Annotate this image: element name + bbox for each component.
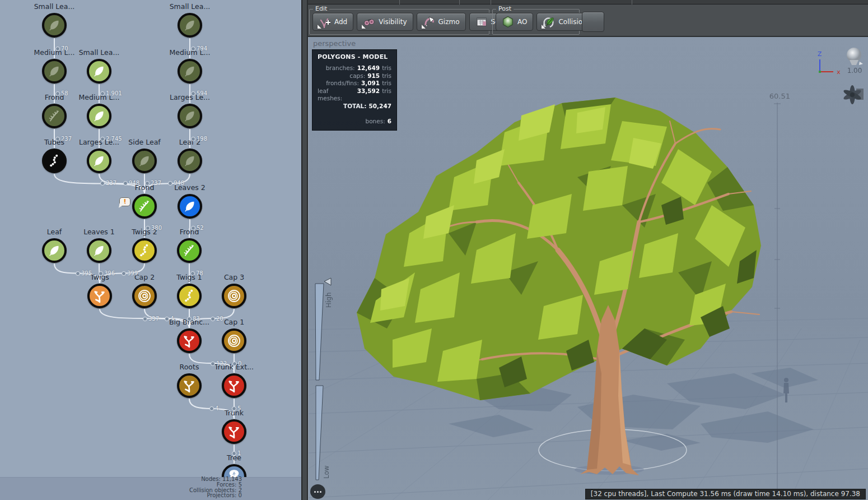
edge-count-label: 122: [211, 360, 227, 367]
graph-node-side-leaf[interactable]: [132, 149, 157, 173]
graph-node-medium-l[interactable]: [42, 59, 67, 84]
button-label: Visibility: [379, 18, 407, 26]
visibility-button[interactable]: Visibility: [357, 13, 413, 31]
edge-count-label: 20: [211, 316, 223, 322]
axis-z-label: Z: [818, 50, 822, 58]
edge-count-label: 948: [168, 180, 184, 186]
graph-node-cap-3[interactable]: [222, 284, 246, 308]
light-widget[interactable]: 1.00: [847, 48, 863, 75]
button-label: Add: [334, 18, 347, 26]
graph-node-roots[interactable]: [177, 373, 202, 398]
graph-node-frond[interactable]: [42, 104, 67, 128]
graph-node-medium-l[interactable]: [178, 59, 202, 84]
graph-node-leaf-2[interactable]: [178, 149, 202, 173]
graph-node-cap-1[interactable]: [222, 328, 246, 353]
edge-count-label: 399: [122, 270, 138, 276]
toolbar-group-label: Edit: [313, 5, 329, 12]
axis-x-label: x: [837, 68, 841, 76]
wind-widget[interactable]: [842, 85, 864, 104]
add-branch-icon: [319, 16, 331, 28]
graph-node-twigs-1[interactable]: [177, 284, 202, 308]
button-label: AO: [517, 18, 527, 26]
polygon-stat-row: leaf meshes:33,592tris: [318, 87, 391, 103]
toolbar-group-edit: EditAddVisibilityGizmoSeason: [309, 9, 489, 35]
polygon-stat-row: branches:12,649tris: [318, 64, 391, 72]
edge-count-label: 1,901: [100, 90, 122, 96]
lod-high-label: High: [325, 292, 333, 308]
node-graph-panel[interactable]: Small Lea...Small Lea...Medium L...Small…: [0, 0, 301, 500]
graph-node-small-lea[interactable]: [178, 13, 202, 38]
bones-row: bones: 6: [318, 118, 391, 126]
lod-handle[interactable]: [324, 278, 331, 285]
graph-stats: Nodes: 11,143Forces: 5Collision objects:…: [189, 476, 242, 498]
node-edge: [189, 219, 190, 238]
graph-node-twigs-2[interactable]: [132, 238, 157, 263]
graph-node-leaves-2[interactable]: [178, 194, 202, 219]
speedtree-app: Small Lea...Small Lea...Medium L...Small…: [0, 0, 868, 500]
graph-node-frond[interactable]: [177, 238, 202, 263]
node-editor-footer: Nodes: 11,143Forces: 5Collision objects:…: [0, 477, 301, 500]
edge-count-label: 237: [55, 136, 72, 142]
gizmo-arrow-icon: [423, 16, 435, 28]
tree-model[interactable]: [357, 98, 761, 475]
edge-count-label: 0: [232, 360, 241, 367]
ao-button[interactable]: AO: [496, 13, 533, 31]
edge-count-label: 237: [145, 180, 161, 186]
edge-count-label: 83: [187, 316, 200, 322]
graph-node-frond[interactable]: [132, 194, 157, 219]
edge-count-label: 5: [232, 405, 241, 411]
edge-count-label: 4: [209, 405, 218, 411]
gizmo-button[interactable]: Gizmo: [417, 13, 466, 31]
edge-count-label: 948: [123, 180, 139, 186]
polygon-stat-row: TOTAL:50,247: [318, 103, 391, 110]
graph-node-leaf[interactable]: [42, 238, 67, 263]
graph-node-twigs[interactable]: [87, 284, 112, 308]
graph-node-trunk-ext[interactable]: [222, 373, 246, 398]
lod-low-label: Low: [323, 465, 330, 479]
3d-viewport[interactable]: perspective: [308, 37, 868, 500]
toolbar-group-post: PostAOCollision: [492, 9, 580, 35]
back-button[interactable]: [582, 12, 604, 32]
warning-icon[interactable]: !: [119, 197, 130, 206]
toolbar-cropped-row: [308, 0, 868, 4]
graph-node-medium-l[interactable]: [87, 104, 111, 128]
edge-count-label: 396: [99, 270, 115, 276]
polygons-panel: POLYGONS - MODEL branches:12,649triscaps…: [312, 49, 397, 131]
graph-node-trunk[interactable]: [222, 419, 246, 444]
edge-count-label: 198: [191, 136, 207, 142]
graph-node-small-lea[interactable]: [87, 59, 111, 84]
ruler-value: 60.51: [769, 92, 790, 100]
right-pane: EditAddVisibilityGizmoSeasonPostAOCollis…: [308, 0, 868, 500]
binoculars-icon: [363, 16, 375, 28]
edge-count-label: 70: [55, 45, 68, 52]
graph-node-larges-le[interactable]: [178, 104, 202, 128]
toolbar: EditAddVisibilityGizmoSeasonPostAOCollis…: [308, 0, 868, 37]
calendar-icon: [475, 16, 488, 28]
edge-count-label: 4: [165, 316, 174, 322]
edge-count-label: 58: [55, 90, 68, 96]
graph-node-cap-2[interactable]: [132, 284, 157, 308]
ao-hexagon-icon: [502, 16, 514, 28]
edge-count-label: 594: [191, 90, 207, 96]
graph-node-leaves-1[interactable]: [87, 238, 111, 263]
edge-count-label: 237: [100, 180, 116, 186]
graph-node-larges-le[interactable]: [87, 149, 111, 173]
edge-count-label: 395: [76, 270, 92, 276]
edge-count-label: 78: [190, 270, 203, 276]
polygon-stat-row: fronds/fins:3,091tris: [318, 80, 391, 87]
more-options-button[interactable]: [310, 484, 325, 499]
graph-node-big-branc[interactable]: [177, 328, 202, 353]
graph-node-tubes[interactable]: [42, 149, 67, 173]
lod-slider[interactable]: High Low: [315, 278, 333, 480]
collision-leaf-icon: [543, 16, 555, 28]
polygons-panel-title: POLYGONS - MODEL: [318, 53, 391, 61]
edge-count-label: 1: [232, 450, 241, 456]
graph-stat-line: Projectors: 0: [189, 493, 242, 498]
button-label: Gizmo: [438, 18, 460, 26]
panel-splitter[interactable]: [301, 0, 308, 500]
edge-count-label: 337: [143, 316, 159, 322]
add-button[interactable]: Add: [312, 13, 353, 31]
graph-node-small-lea[interactable]: [42, 13, 67, 38]
polygon-stat-row: caps:915tris: [318, 72, 391, 80]
edge-count-label: 794: [191, 45, 207, 52]
